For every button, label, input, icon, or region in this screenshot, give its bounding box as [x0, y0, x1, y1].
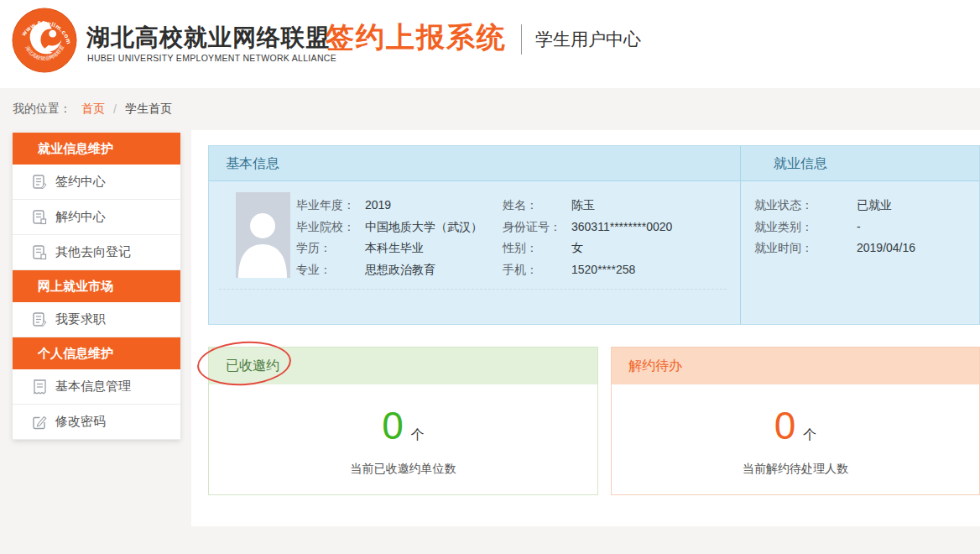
invitations-caption: 当前已收邀约单位数 — [209, 462, 597, 477]
document-pen-icon — [33, 175, 47, 190]
breadcrumb-home-link[interactable]: 首页 — [81, 102, 105, 117]
info-panel-header: 基本信息 就业信息 — [209, 146, 979, 181]
count-unit: 个 — [803, 426, 816, 444]
student-info-panel: 基本信息 就业信息 毕业年度：2019 毕业院校：中国地质大学（武汉） 学历：本… — [208, 145, 980, 325]
field-value: 2019/04/16 — [857, 241, 915, 254]
document-badge-icon — [33, 245, 47, 260]
sidebar-item-job-seeking[interactable]: 我要求职 — [13, 302, 180, 337]
field-label: 就业类别： — [754, 217, 857, 238]
brand-subtitle: HUBEI UNIVERSITY EMPLOYMENT NETWORK ALLI… — [87, 53, 336, 63]
sidebar-section-job-market[interactable]: 网上就业市场 — [13, 270, 180, 302]
count-unit: 个 — [411, 426, 425, 444]
sidebar-nav: 就业信息维护 签约中心 解约中心 其他去向登记 网上就业市场 — [13, 133, 180, 440]
app-header: www.91wllm.com 湖北高校就业网络联盟 湖北高校就业网络联盟 HUB… — [0, 0, 980, 88]
field-label: 姓名： — [503, 195, 571, 217]
portal-title: 学生用户中心 — [535, 28, 641, 51]
field-row: 学历：本科生毕业 — [296, 238, 482, 259]
sidebar-item-label: 其他去向登记 — [55, 244, 131, 260]
field-row: 专业：思想政治教育 — [296, 259, 482, 281]
employment-info-column: 就业状态：已就业 就业类别：- 就业时间：2019/04/16 — [754, 195, 915, 259]
sidebar-item-other-destination[interactable]: 其他去向登记 — [13, 235, 180, 270]
sidebar-item-label: 基本信息管理 — [55, 379, 131, 395]
field-row: 性别：女 — [503, 238, 672, 259]
document-pen-icon — [33, 312, 47, 327]
cancellation-count: 0 — [774, 406, 796, 445]
basic-info-column-left: 毕业年度：2019 毕业院校：中国地质大学（武汉） 学历：本科生毕业 专业：思想… — [296, 195, 482, 280]
cancellation-pending-card[interactable]: 解约待办 0 个 当前解约待处理人数 — [611, 347, 980, 495]
field-row: 毕业院校：中国地质大学（武汉） — [296, 217, 482, 238]
field-row: 姓名：陈玉 — [503, 195, 672, 217]
field-label: 专业： — [296, 259, 365, 281]
field-value: 中国地质大学（武汉） — [365, 220, 482, 233]
sidebar-item-label: 我要求职 — [55, 311, 106, 327]
panel-vertical-divider — [740, 146, 741, 324]
document-badge-icon — [33, 210, 47, 225]
invitations-count: 0 — [382, 406, 404, 445]
field-label: 就业时间： — [754, 238, 857, 259]
brand-title: 湖北高校就业网络联盟 — [86, 22, 330, 54]
employment-info-title: 就业信息 — [774, 146, 827, 181]
main-content: 基本信息 就业信息 毕业年度：2019 毕业院校：中国地质大学（武汉） 学历：本… — [191, 130, 980, 526]
field-label: 手机： — [503, 259, 571, 281]
basic-info-column-right: 姓名：陈玉 身份证号：360311********0020 性别：女 手机：15… — [503, 195, 672, 280]
field-label: 学历： — [296, 238, 365, 259]
sidebar-section-employment-info[interactable]: 就业信息维护 — [13, 133, 180, 165]
sidebar-item-basic-info-management[interactable]: 基本信息管理 — [13, 369, 180, 405]
field-value: 已就业 — [857, 198, 892, 212]
card-body: 0 个 当前已收邀约单位数 — [209, 406, 597, 477]
field-row: 就业状态：已就业 — [754, 195, 915, 217]
edit-pen-icon — [33, 415, 47, 430]
basic-info-title: 基本信息 — [226, 146, 279, 181]
field-row: 毕业年度：2019 — [296, 195, 482, 217]
sidebar-item-label: 签约中心 — [55, 174, 106, 190]
field-value: 2019 — [365, 198, 391, 212]
alliance-logo-icon[interactable]: www.91wllm.com 湖北高校就业网络联盟 — [12, 8, 77, 73]
breadcrumb: 我的位置： 首页 / 学生首页 — [13, 88, 172, 130]
field-row: 就业时间：2019/04/16 — [754, 238, 915, 259]
field-label: 毕业年度： — [296, 195, 365, 217]
breadcrumb-separator: / — [113, 102, 117, 116]
field-value: 1520****258 — [571, 263, 635, 276]
sidebar-item-label: 修改密码 — [55, 414, 106, 430]
received-invitations-card-title: 已收邀约 — [209, 348, 597, 384]
cancellation-caption: 当前解约待处理人数 — [612, 462, 979, 477]
field-value: 思想政治教育 — [365, 263, 435, 276]
field-label: 就业状态： — [754, 195, 857, 217]
sidebar-item-sign-center[interactable]: 签约中心 — [13, 165, 180, 200]
field-label: 身份证号： — [503, 217, 571, 238]
field-value: 女 — [571, 241, 583, 254]
field-label: 性别： — [503, 238, 571, 259]
breadcrumb-label: 我的位置： — [13, 102, 71, 117]
system-title: 签约上报系统 — [326, 18, 507, 57]
panel-dashed-divider — [219, 289, 727, 290]
document-icon — [33, 379, 47, 395]
sidebar-item-label: 解约中心 — [55, 209, 106, 225]
student-avatar — [236, 192, 290, 278]
field-row: 手机：1520****258 — [503, 259, 672, 281]
header-divider — [521, 24, 522, 55]
field-row: 身份证号：360311********0020 — [503, 217, 672, 238]
sidebar-item-change-password[interactable]: 修改密码 — [13, 405, 180, 440]
field-value: - — [857, 220, 861, 233]
field-label: 毕业院校： — [296, 217, 365, 238]
sidebar-section-personal-info[interactable]: 个人信息维护 — [13, 337, 180, 369]
sidebar-item-cancel-center[interactable]: 解约中心 — [13, 200, 180, 235]
field-value: 360311********0020 — [571, 220, 672, 233]
card-body: 0 个 当前解约待处理人数 — [612, 406, 979, 477]
field-row: 就业类别：- — [754, 217, 915, 238]
field-value: 本科生毕业 — [365, 241, 424, 254]
cancellation-pending-card-title: 解约待办 — [612, 348, 979, 384]
received-invitations-card[interactable]: 已收邀约 0 个 当前已收邀约单位数 — [208, 347, 598, 495]
field-value: 陈玉 — [571, 198, 595, 212]
breadcrumb-current[interactable]: 学生首页 — [125, 102, 172, 117]
